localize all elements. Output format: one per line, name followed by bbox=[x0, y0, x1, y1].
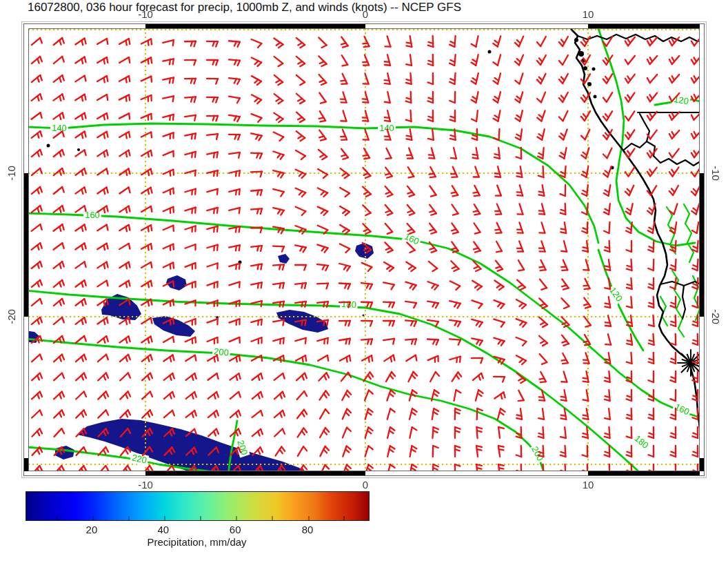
y-axis-right-tick-label: -20 bbox=[710, 309, 722, 324]
x-axis-top-tick-label: 0 bbox=[363, 8, 368, 20]
colorbar-minor-tick bbox=[272, 516, 273, 520]
x-axis-top-tick-label: 10 bbox=[583, 8, 594, 20]
weather-forecast-page: 16072800, 036 hour forecast for precip, … bbox=[0, 0, 728, 563]
x-axis-bottom-tick-label: 0 bbox=[363, 479, 368, 491]
colorbar-minor-tick bbox=[236, 516, 237, 520]
x-axis-top-tick-label: -10 bbox=[138, 8, 153, 20]
colorbar bbox=[26, 491, 370, 521]
y-axis-left-tick-label: -20 bbox=[6, 309, 17, 324]
colorbar-tick-label: 80 bbox=[302, 524, 314, 535]
colorbar-minor-tick bbox=[343, 516, 345, 520]
colorbar-tick-label: 60 bbox=[230, 524, 241, 535]
colorbar-minor-tick bbox=[92, 516, 94, 520]
colorbar-minor-tick bbox=[57, 516, 58, 520]
x-axis-bottom-tick-label: -10 bbox=[138, 479, 153, 491]
y-axis-right-tick-label: -10 bbox=[710, 166, 722, 181]
colorbar-minor-tick bbox=[128, 516, 130, 520]
colorbar-tick-label: 40 bbox=[157, 524, 169, 535]
colorbar-tick-label: 20 bbox=[86, 524, 98, 535]
colorbar-minor-tick bbox=[200, 516, 201, 520]
colorbar-minor-tick bbox=[164, 516, 165, 520]
colorbar-caption: Precipitation, mm/day bbox=[26, 536, 368, 548]
colorbar-minor-tick bbox=[308, 516, 310, 520]
y-axis-left-tick-label: -10 bbox=[6, 166, 17, 181]
x-axis-bottom-tick-label: 10 bbox=[583, 479, 594, 491]
